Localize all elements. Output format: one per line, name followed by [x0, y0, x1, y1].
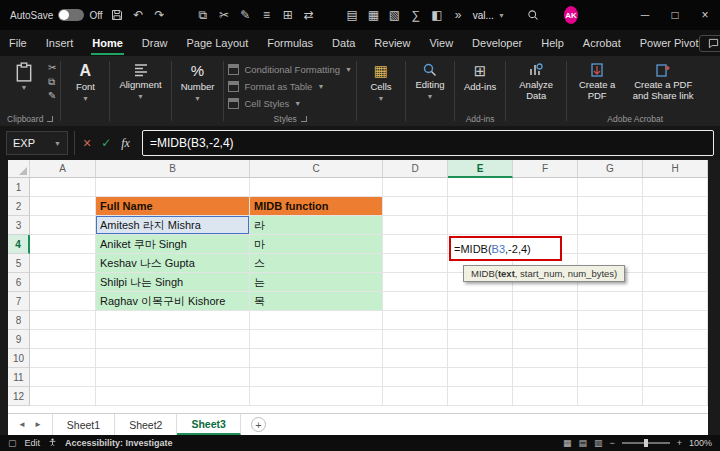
column-header-d[interactable]: D [383, 160, 448, 178]
cell-h11[interactable] [643, 368, 708, 387]
cells-button[interactable]: ▦ Cells ▼ [361, 60, 401, 104]
sheet-tab-sheet1[interactable]: Sheet1 [52, 414, 115, 435]
insert-function-icon[interactable]: fx [117, 136, 134, 151]
close-icon[interactable]: × [690, 0, 720, 30]
conditional-formatting-button[interactable]: Conditional Formatting▼ [228, 61, 352, 77]
number-button[interactable]: % Number ▼ [176, 60, 220, 104]
cell-d4[interactable] [383, 235, 448, 254]
cell-d8[interactable] [383, 311, 448, 330]
cell-d2[interactable] [383, 197, 448, 216]
new-sheet-icon[interactable]: ▤ [345, 6, 358, 24]
row-header-6[interactable]: 6 [8, 273, 30, 292]
cell-e9[interactable] [448, 330, 513, 349]
macro-record-icon[interactable]: ▢ [8, 438, 17, 448]
cell-a4[interactable] [30, 235, 96, 254]
cell-d6[interactable] [383, 273, 448, 292]
cell-b6[interactable]: Shilpi 나는 Singh [96, 273, 250, 292]
add-sheet-icon[interactable]: + [251, 417, 266, 432]
column-header-e[interactable]: E [448, 160, 513, 178]
cell-a1[interactable] [30, 178, 96, 197]
cell-f7[interactable] [513, 292, 578, 311]
row-header-12[interactable]: 12 [8, 387, 30, 406]
cell-g10[interactable] [578, 349, 643, 368]
cell-g9[interactable] [578, 330, 643, 349]
zoom-level[interactable]: 100% [689, 438, 712, 448]
cell-d7[interactable] [383, 292, 448, 311]
swap-icon[interactable]: ⇄ [302, 6, 315, 24]
borders-icon[interactable]: ⊞ [281, 6, 294, 24]
menu-tab-page-layout[interactable]: Page Layout [185, 32, 249, 55]
cell-e1[interactable] [448, 178, 513, 197]
cell-h4[interactable] [643, 235, 708, 254]
cell-c7[interactable]: 목 [250, 292, 383, 311]
cell-b7[interactable]: Raghav 이목구비 Kishore [96, 292, 250, 311]
cell-d12[interactable] [383, 387, 448, 406]
vertical-scrollbar[interactable] [708, 160, 720, 435]
cell-h6[interactable] [643, 273, 708, 292]
save-icon[interactable] [111, 6, 124, 24]
cell-f2[interactable] [513, 197, 578, 216]
format-as-table-button[interactable]: Format as Table▼ [228, 78, 352, 94]
page-break-view-icon[interactable]: ▥ [594, 438, 603, 448]
quick-access-search[interactable]: val... ▼ [473, 10, 505, 21]
create-pdf-button[interactable]: Create a PDF [571, 60, 623, 104]
cell-c4[interactable]: 마 [250, 235, 383, 254]
row-header-5[interactable]: 5 [8, 254, 30, 273]
image-icon[interactable]: ▧ [388, 6, 401, 24]
cell-e8[interactable] [448, 311, 513, 330]
menu-tab-acrobat[interactable]: Acrobat [582, 32, 622, 55]
dialog-launcher-icon[interactable] [301, 116, 307, 122]
row-header-4[interactable]: 4 [8, 235, 30, 254]
cell-g7[interactable] [578, 292, 643, 311]
sheet-tab-sheet2[interactable]: Sheet2 [115, 414, 177, 435]
paste-dropdown-icon[interactable]: ▼ [21, 84, 28, 91]
cell-h9[interactable] [643, 330, 708, 349]
sheet-tab-sheet3[interactable]: Sheet3 [177, 414, 240, 435]
cell-a11[interactable] [30, 368, 96, 387]
cell-a2[interactable] [30, 197, 96, 216]
cell-h8[interactable] [643, 311, 708, 330]
column-header-a[interactable]: A [30, 160, 96, 178]
font-button[interactable]: A Font ▼ [65, 60, 105, 104]
row-header-3[interactable]: 3 [8, 216, 30, 235]
cut-icon[interactable]: ✂ [217, 6, 230, 24]
copy-icon[interactable]: ⧉ [196, 6, 209, 24]
zoom-in-icon[interactable]: + [677, 438, 682, 448]
formula-input[interactable]: =MIDB(B3,-2,4) [142, 130, 714, 156]
page-layout-view-icon[interactable]: ▤ [578, 438, 587, 448]
autosave-toggle[interactable]: AutoSave Off [10, 9, 103, 21]
cell-e11[interactable] [448, 368, 513, 387]
cell-g4[interactable] [578, 235, 643, 254]
cell-e12[interactable] [448, 387, 513, 406]
cell-d11[interactable] [383, 368, 448, 387]
cell-g3[interactable] [578, 216, 643, 235]
cell-f8[interactable] [513, 311, 578, 330]
cell-b10[interactable] [96, 349, 250, 368]
column-header-g[interactable]: G [578, 160, 643, 178]
tab-scroll-right-icon[interactable]: ► [34, 420, 42, 429]
table-icon[interactable]: ▦ [367, 6, 380, 24]
menu-tab-power-pivot[interactable]: Power Pivot [639, 32, 700, 55]
column-header-b[interactable]: B [96, 160, 250, 178]
cell-styles-button[interactable]: Cell Styles▼ [228, 95, 352, 111]
menu-tab-view[interactable]: View [428, 32, 454, 55]
cell-a8[interactable] [30, 311, 96, 330]
cell-d9[interactable] [383, 330, 448, 349]
cell-f3[interactable] [513, 216, 578, 235]
menu-tab-draw[interactable]: Draw [141, 32, 169, 55]
cell-h12[interactable] [643, 387, 708, 406]
cell-a6[interactable] [30, 273, 96, 292]
analyze-data-button[interactable]: Analyze Data [510, 60, 562, 104]
menu-tab-insert[interactable]: Insert [45, 32, 75, 55]
menu-tab-data[interactable]: Data [331, 32, 356, 55]
menu-tab-help[interactable]: Help [540, 32, 565, 55]
cancel-icon[interactable]: × [79, 135, 95, 151]
accessibility-status[interactable]: Accessibility: Investigate [65, 438, 173, 448]
cell-h5[interactable] [643, 254, 708, 273]
redo-icon[interactable]: ↷ [153, 6, 166, 24]
cell-c9[interactable] [250, 330, 383, 349]
row-header-9[interactable]: 9 [8, 330, 30, 349]
row-header-11[interactable]: 11 [8, 368, 30, 387]
cell-c2[interactable]: MIDB function [250, 197, 383, 216]
cell-a9[interactable] [30, 330, 96, 349]
